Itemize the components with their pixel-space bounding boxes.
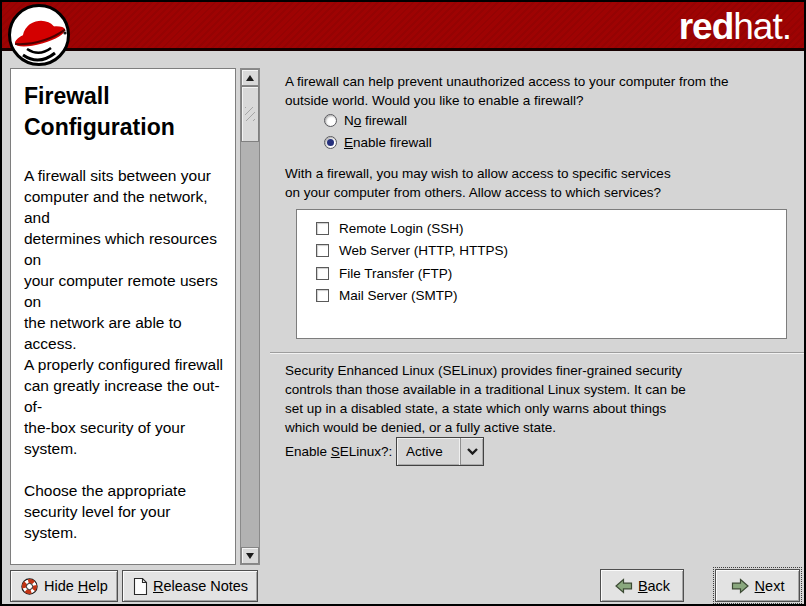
radio-no-firewall[interactable]: No firewall — [324, 112, 407, 129]
hide-help-button[interactable]: Hide Help — [10, 570, 118, 602]
label-part: nable firewall — [353, 135, 432, 150]
help-paragraph-choose: Choose the appropriate security level fo… — [24, 480, 225, 543]
label-part: elease Notes — [163, 578, 248, 594]
help-paragraph-no-firewall: No Firewall — No firewall provides compl… — [24, 564, 225, 565]
selinux-description-text: Security Enhanced Linux (SELinux) provid… — [285, 361, 686, 437]
radio-circle[interactable] — [324, 114, 337, 127]
radio-circle-selected[interactable] — [324, 136, 337, 149]
brand-rest: hat. — [733, 6, 791, 47]
selinux-dropdown[interactable]: Active — [396, 437, 484, 466]
life-ring-icon — [20, 577, 39, 596]
redhat-wordmark: redhat. — [679, 5, 791, 49]
next-button[interactable]: Next — [715, 569, 800, 602]
arrow-right-icon — [731, 578, 750, 594]
scrollbar-thumb[interactable] — [241, 86, 259, 142]
radio-enable-firewall[interactable]: Enable firewall — [324, 134, 432, 151]
label-part: firewall — [361, 113, 407, 128]
label-part: Enable — [285, 444, 331, 459]
checkbox-ssh[interactable] — [316, 222, 329, 235]
label-part: N — [344, 113, 354, 128]
selinux-label: Enable SELinux?: — [285, 444, 392, 459]
label-part: elp — [88, 578, 107, 594]
checkbox-http[interactable] — [316, 244, 329, 257]
label-mnemonic: E — [344, 135, 353, 150]
label-part: ack — [648, 578, 671, 594]
service-label[interactable]: Mail Server (SMTP) — [339, 288, 458, 303]
label-part: ext — [765, 578, 784, 594]
service-row-ssh[interactable]: Remote Login (SSH) — [316, 217, 786, 240]
document-icon — [132, 577, 148, 596]
checkbox-ftp[interactable] — [316, 267, 329, 280]
header-banner: redhat. — [2, 2, 804, 51]
services-hint-text: With a firewall, you may wish to allow a… — [285, 164, 671, 202]
service-row-smtp[interactable]: Mail Server (SMTP) — [316, 285, 786, 308]
help-scrollbar[interactable] — [240, 68, 260, 565]
arrow-left-icon — [614, 578, 633, 594]
service-row-http[interactable]: Web Server (HTTP, HTTPS) — [316, 240, 786, 263]
checkbox-smtp[interactable] — [316, 289, 329, 302]
help-title: Firewall Configuration — [24, 81, 225, 143]
arrow-down-icon — [246, 553, 254, 559]
radio-no-firewall-label[interactable]: No firewall — [344, 113, 407, 128]
label-mnemonic: H — [78, 578, 88, 594]
arrow-up-icon — [246, 75, 254, 81]
hide-help-label: Hide Help — [44, 578, 108, 594]
firewall-intro-text: A firewall can help prevent unauthorized… — [285, 72, 728, 110]
help-panel: Firewall Configuration A firewall sits b… — [10, 68, 236, 565]
label-mnemonic: N — [755, 578, 765, 594]
chevron-down-icon — [460, 438, 483, 465]
next-label: Next — [755, 578, 785, 594]
selinux-dropdown-value: Active — [397, 444, 460, 459]
horizontal-separator — [270, 352, 804, 353]
service-row-ftp[interactable]: File Transfer (FTP) — [316, 262, 786, 285]
label-mnemonic: S — [331, 444, 340, 459]
service-label[interactable]: Remote Login (SSH) — [339, 221, 464, 236]
help-paragraph-overview: A firewall sits between your computer an… — [24, 165, 225, 459]
label-mnemonic: R — [153, 578, 163, 594]
scrollbar-down-button[interactable] — [241, 547, 259, 564]
label-part: ELinux?: — [340, 444, 393, 459]
radio-enable-firewall-label[interactable]: Enable firewall — [344, 135, 432, 150]
release-notes-button[interactable]: Release Notes — [122, 570, 258, 602]
release-notes-label: Release Notes — [153, 578, 248, 594]
label-part: Hide — [44, 578, 78, 594]
brand-bold: red — [679, 6, 734, 47]
service-label[interactable]: File Transfer (FTP) — [339, 266, 452, 281]
services-list: Remote Login (SSH) Web Server (HTTP, HTT… — [296, 209, 787, 339]
back-label: Back — [638, 578, 670, 594]
scrollbar-up-button[interactable] — [241, 69, 259, 86]
back-button[interactable]: Back — [600, 569, 684, 602]
installer-window: redhat. Firewall Configuration A firewal… — [0, 0, 806, 606]
label-mnemonic: B — [638, 578, 648, 594]
service-label[interactable]: Web Server (HTTP, HTTPS) — [339, 243, 508, 258]
redhat-shadowman-logo — [7, 3, 71, 67]
